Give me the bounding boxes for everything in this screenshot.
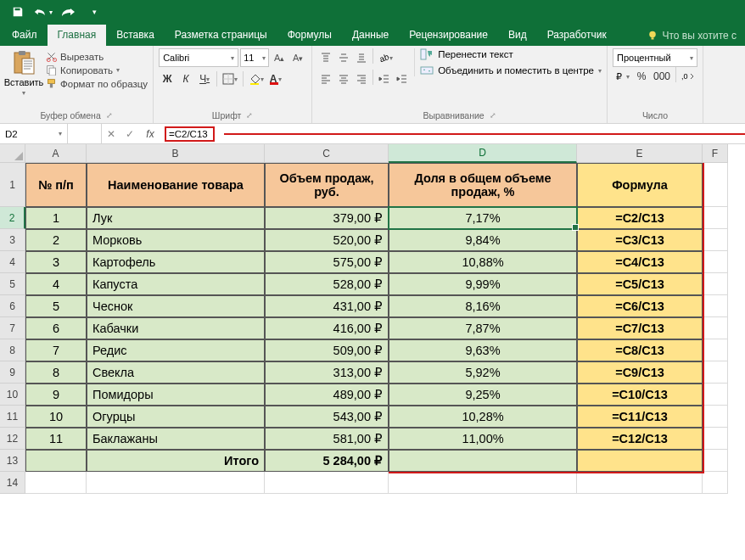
row-header[interactable]: 11 (0, 406, 25, 428)
cell[interactable] (25, 450, 87, 472)
cell[interactable]: Кабачки (87, 317, 265, 339)
font-launcher-icon[interactable]: ⤢ (246, 111, 253, 120)
cell[interactable] (703, 384, 728, 406)
font-name-select[interactable]: Calibri▾ (159, 48, 238, 67)
align-middle-icon[interactable] (335, 48, 352, 67)
wrap-text-button[interactable]: Перенести текст (420, 48, 602, 60)
merge-center-button[interactable]: Объединить и поместить в центре▾ (420, 64, 602, 76)
cancel-formula-icon[interactable]: ✕ (102, 124, 120, 143)
cell[interactable]: 313,00 ₽ (265, 361, 389, 384)
cell[interactable] (577, 450, 703, 472)
cell[interactable]: =C4/C13 (577, 251, 703, 273)
increase-decimal-icon[interactable]: ,0 (680, 67, 697, 86)
cell[interactable]: 10,88% (389, 251, 577, 273)
col-header-F[interactable]: F (703, 144, 728, 163)
cell[interactable] (703, 450, 728, 472)
cell[interactable] (703, 295, 728, 317)
cell[interactable] (703, 273, 728, 295)
cell[interactable]: 543,00 ₽ (265, 406, 389, 428)
cell[interactable]: Баклажаны (87, 428, 265, 450)
col-header-A[interactable]: A (25, 144, 87, 163)
font-size-select[interactable]: 11▾ (240, 48, 269, 67)
cell[interactable]: Чеснок (87, 295, 265, 317)
cell[interactable]: 9,99% (389, 273, 577, 295)
cell[interactable]: 3 (25, 251, 87, 273)
cell[interactable]: 5,92% (389, 361, 577, 384)
cell[interactable]: Лук (87, 207, 265, 229)
cell[interactable]: Огурцы (87, 406, 265, 428)
cell[interactable]: 11,00% (389, 428, 577, 450)
cell[interactable]: 4 (25, 273, 87, 295)
cell[interactable]: 9,25% (389, 384, 577, 406)
cell[interactable] (389, 472, 577, 494)
cell[interactable]: Свекла (87, 361, 265, 384)
cell[interactable]: =C11/C13 (577, 406, 703, 428)
comma-format-icon[interactable]: 000 (652, 67, 672, 86)
cell[interactable]: 379,00 ₽ (265, 207, 389, 229)
row-header[interactable]: 14 (0, 472, 25, 494)
cell[interactable]: 5 (25, 295, 87, 317)
align-left-icon[interactable] (317, 70, 334, 88)
tab-view[interactable]: Вид (498, 25, 537, 46)
clipboard-launcher-icon[interactable]: ⤢ (106, 111, 113, 120)
paste-button[interactable]: Вставить ▾ (5, 48, 42, 97)
fill-color-button[interactable]: ▾ (247, 70, 266, 88)
row-header[interactable]: 10 (0, 384, 25, 406)
tell-me-search[interactable]: Что вы хотите с (639, 25, 745, 46)
redo-icon[interactable] (59, 3, 78, 21)
orientation-icon[interactable]: ab▾ (376, 48, 395, 67)
italic-button[interactable]: К (177, 70, 194, 88)
tab-file[interactable]: Файл (2, 25, 48, 46)
cell[interactable]: =C2/C13 (577, 207, 703, 229)
align-bottom-icon[interactable] (353, 48, 370, 67)
decrease-font-icon[interactable]: A▾ (289, 48, 306, 67)
cell[interactable]: 1 (25, 207, 87, 229)
cell[interactable]: 509,00 ₽ (265, 339, 389, 361)
cell[interactable]: 431,00 ₽ (265, 295, 389, 317)
font-color-button[interactable]: A▾ (267, 70, 284, 88)
select-all-corner[interactable] (0, 144, 25, 163)
col-header-B[interactable]: B (87, 144, 265, 163)
cell[interactable] (703, 163, 728, 207)
cell[interactable] (265, 472, 389, 494)
cell[interactable]: =C8/C13 (577, 339, 703, 361)
percent-format-icon[interactable]: % (633, 67, 650, 86)
row-header[interactable]: 7 (0, 317, 25, 339)
cell[interactable]: 5 284,00 ₽ (265, 450, 389, 472)
undo-icon[interactable]: ▾ (34, 3, 53, 21)
cell[interactable]: =C6/C13 (577, 295, 703, 317)
cell[interactable]: Картофель (87, 251, 265, 273)
decrease-indent-icon[interactable] (376, 70, 393, 88)
cell[interactable]: Объем продаж, руб. (265, 163, 389, 207)
increase-indent-icon[interactable] (394, 70, 411, 88)
cell[interactable] (703, 472, 728, 494)
cell[interactable]: Морковь (87, 229, 265, 251)
underline-button[interactable]: Ч▾ (196, 70, 213, 88)
tab-developer[interactable]: Разработчик (537, 25, 617, 46)
cell[interactable] (703, 406, 728, 428)
cell[interactable]: 520,00 ₽ (265, 229, 389, 251)
insert-function-icon[interactable]: fx (139, 124, 161, 143)
cell[interactable] (87, 472, 265, 494)
cell[interactable]: =C9/C13 (577, 361, 703, 384)
cut-button[interactable]: Вырезать (46, 51, 148, 62)
cell[interactable] (703, 207, 728, 229)
tab-home[interactable]: Главная (48, 25, 107, 46)
cell[interactable]: Редис (87, 339, 265, 361)
align-top-icon[interactable] (317, 48, 334, 67)
row-header[interactable]: 2 (0, 207, 25, 229)
borders-button[interactable]: ▾ (221, 70, 239, 88)
cell[interactable]: 8 (25, 361, 87, 384)
cell[interactable]: 9 (25, 384, 87, 406)
cell[interactable]: 9,63% (389, 339, 577, 361)
row-header[interactable]: 5 (0, 273, 25, 295)
accounting-format-icon[interactable]: ₽▾ (613, 67, 631, 86)
cell[interactable]: 7,87% (389, 317, 577, 339)
cell[interactable] (577, 472, 703, 494)
cell[interactable]: 11 (25, 428, 87, 450)
col-header-D[interactable]: D (389, 144, 577, 163)
cell[interactable]: 8,16% (389, 295, 577, 317)
col-header-C[interactable]: C (265, 144, 389, 163)
tab-insert[interactable]: Вставка (106, 25, 165, 46)
cell[interactable]: Капуста (87, 273, 265, 295)
